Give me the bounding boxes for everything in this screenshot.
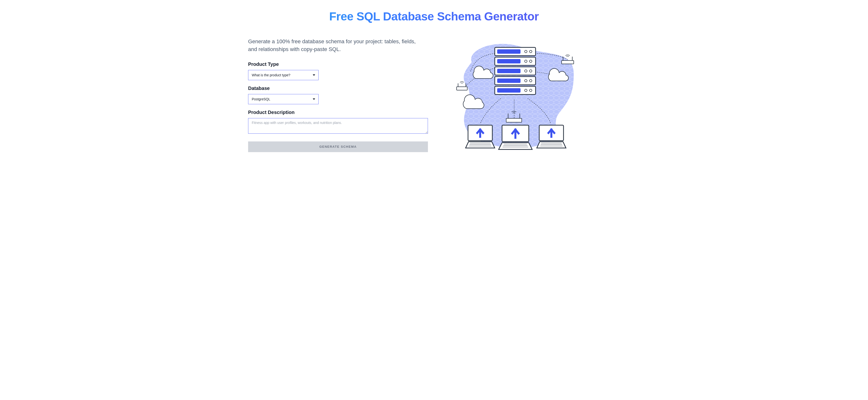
generate-schema-button[interactable]: GENERATE SCHEMA bbox=[248, 142, 428, 152]
svg-point-23 bbox=[525, 80, 527, 82]
database-select-wrap: PostgreSQL bbox=[248, 94, 318, 104]
svg-rect-22 bbox=[497, 79, 521, 83]
laptop-upload-icon bbox=[466, 125, 495, 148]
intro-text: Generate a 100% free database schema for… bbox=[248, 38, 423, 53]
svg-point-20 bbox=[529, 70, 532, 72]
form-column: Generate a 100% free database schema for… bbox=[248, 38, 442, 152]
svg-rect-26 bbox=[497, 88, 521, 93]
svg-rect-14 bbox=[497, 59, 521, 63]
server-network-illustration-icon bbox=[452, 40, 579, 152]
laptop-upload-icon bbox=[537, 125, 566, 148]
svg-rect-3 bbox=[562, 61, 574, 64]
laptop-upload-icon bbox=[499, 125, 532, 150]
product-description-wrap bbox=[248, 118, 428, 135]
page-title: Free SQL Database Schema Generator bbox=[248, 10, 620, 23]
database-label: Database bbox=[248, 86, 442, 91]
svg-rect-6 bbox=[506, 118, 522, 122]
svg-point-24 bbox=[529, 80, 532, 82]
server-stack-icon bbox=[495, 48, 535, 95]
database-select[interactable]: PostgreSQL bbox=[248, 94, 318, 104]
svg-rect-18 bbox=[497, 69, 521, 73]
svg-rect-0 bbox=[457, 87, 467, 90]
product-type-select[interactable]: What is the product type? bbox=[248, 70, 318, 80]
product-type-select-wrap: What is the product type? bbox=[248, 70, 318, 80]
product-description-label: Product Description bbox=[248, 110, 442, 115]
svg-rect-10 bbox=[497, 49, 521, 54]
svg-point-12 bbox=[529, 50, 532, 53]
svg-point-11 bbox=[525, 50, 527, 53]
svg-point-19 bbox=[525, 70, 527, 72]
svg-point-15 bbox=[525, 60, 527, 62]
illustration-column bbox=[452, 38, 579, 152]
product-type-label: Product Type bbox=[248, 61, 442, 67]
svg-point-28 bbox=[529, 89, 532, 92]
content-row: Generate a 100% free database schema for… bbox=[248, 38, 620, 152]
svg-point-16 bbox=[529, 60, 532, 62]
product-description-input[interactable] bbox=[248, 118, 428, 134]
svg-point-27 bbox=[525, 89, 527, 92]
